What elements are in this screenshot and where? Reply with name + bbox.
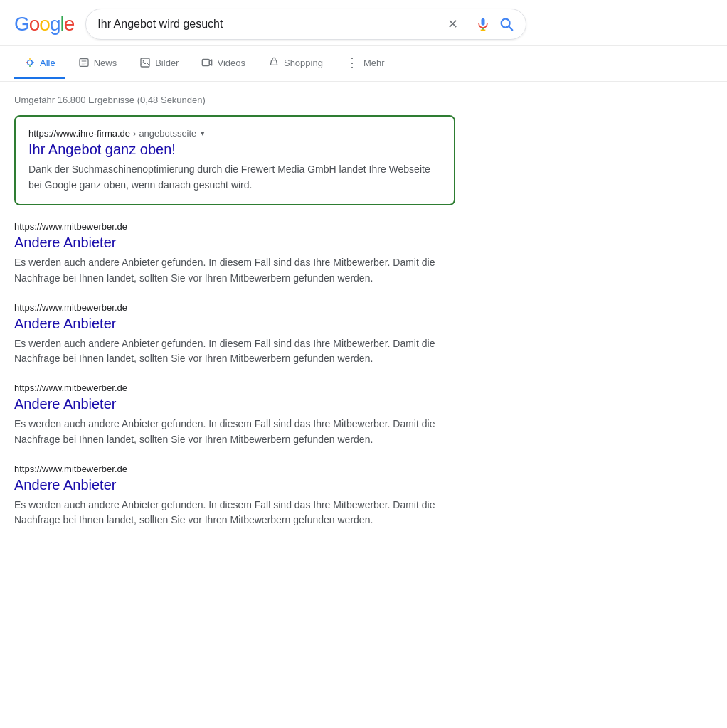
svg-line-4 [509, 26, 513, 30]
result-item-1: https://www.mitbewerber.de Andere Anbiet… [14, 302, 455, 367]
result-title-3[interactable]: Andere Anbieter [14, 477, 455, 493]
search-input[interactable]: Ihr Angebot wird gesucht [97, 18, 439, 31]
close-icon: ✕ [447, 16, 458, 32]
result-item-0: https://www.mitbewerber.de Andere Anbiet… [14, 221, 455, 286]
logo-g2: g [50, 13, 60, 36]
images-icon [139, 57, 151, 68]
logo-e: e [64, 13, 75, 36]
header: Google Ihr Angebot wird gesucht ✕ [0, 0, 727, 46]
featured-title[interactable]: Ihr Angebot ganz oben! [28, 141, 441, 158]
logo-o1: o [29, 13, 40, 36]
result-domain-0: https://www.mitbewerber.de [14, 221, 127, 232]
featured-dropdown-icon[interactable]: ▾ [201, 129, 205, 138]
svg-rect-0 [482, 18, 485, 26]
tab-bilder-label: Bilder [155, 58, 179, 68]
tab-news[interactable]: News [68, 48, 127, 79]
search-bar: Ihr Angebot wird gesucht ✕ [85, 9, 526, 40]
tab-shopping[interactable]: Shopping [258, 48, 333, 79]
result-desc-2: Es werden auch andere Anbieter gefunden.… [14, 417, 455, 447]
featured-description: Dank der Suchmaschinenoptimierung durch … [28, 162, 441, 193]
result-title-2[interactable]: Andere Anbieter [14, 396, 455, 412]
result-domain-2: https://www.mitbewerber.de [14, 382, 127, 393]
tab-bilder[interactable]: Bilder [129, 48, 189, 79]
result-title-1[interactable]: Andere Anbieter [14, 316, 455, 332]
result-url-2: https://www.mitbewerber.de [14, 382, 455, 393]
tab-news-label: News [94, 58, 117, 68]
tab-alle[interactable]: Alle [14, 48, 65, 79]
news-icon [78, 57, 90, 68]
shopping-icon [268, 57, 280, 68]
featured-separator: › [133, 128, 136, 139]
search-icon [499, 16, 514, 32]
videos-icon [201, 57, 213, 68]
google-logo[interactable]: Google [14, 13, 74, 36]
featured-result: https://www.ihre-firma.de › angebotsseit… [14, 115, 455, 205]
result-desc-1: Es werden auch andere Anbieter gefunden.… [14, 336, 455, 367]
tab-mehr[interactable]: ⋮ Mehr [336, 46, 395, 81]
all-icon [24, 57, 36, 68]
result-url-3: https://www.mitbewerber.de [14, 464, 455, 474]
logo-g: G [14, 13, 29, 36]
nav-tabs: Alle News Bilder Videos Sho [0, 46, 727, 82]
mic-button[interactable] [474, 16, 492, 33]
search-controls: ✕ [446, 15, 514, 33]
tab-mehr-label: Mehr [364, 58, 385, 68]
clear-button[interactable]: ✕ [446, 15, 460, 33]
result-url-1: https://www.mitbewerber.de [14, 302, 455, 313]
logo-o2: o [39, 13, 50, 36]
tab-alle-label: Alle [40, 58, 55, 68]
result-domain-1: https://www.mitbewerber.de [14, 302, 127, 313]
search-button[interactable] [499, 16, 514, 32]
result-items-container: https://www.mitbewerber.de Andere Anbiet… [14, 221, 455, 528]
svg-point-16 [143, 60, 144, 62]
tab-videos-label: Videos [217, 58, 245, 68]
tab-shopping-label: Shopping [284, 58, 323, 68]
featured-domain: https://www.ihre-firma.de [28, 128, 130, 139]
svg-rect-15 [141, 58, 149, 67]
more-icon: ⋮ [346, 55, 359, 70]
featured-url: https://www.ihre-firma.de › angebotsseit… [28, 128, 441, 139]
result-domain-3: https://www.mitbewerber.de [14, 464, 127, 474]
result-item-3: https://www.mitbewerber.de Andere Anbiet… [14, 464, 455, 528]
tab-videos[interactable]: Videos [191, 48, 255, 79]
results-count: Umgefähr 16.800 Ergebnisse (0,48 Sekunde… [14, 89, 455, 115]
results-area: Umgefähr 16.800 Ergebnisse (0,48 Sekunde… [0, 82, 469, 558]
mic-icon [476, 17, 490, 31]
svg-point-6 [28, 60, 33, 65]
result-desc-3: Es werden auch andere Anbieter gefunden.… [14, 498, 455, 528]
result-title-0[interactable]: Andere Anbieter [14, 235, 455, 251]
divider [467, 17, 467, 31]
featured-path: angebotsseite [139, 128, 196, 139]
result-url-0: https://www.mitbewerber.de [14, 221, 455, 232]
result-item-2: https://www.mitbewerber.de Andere Anbiet… [14, 382, 455, 447]
svg-rect-17 [203, 59, 210, 65]
result-desc-0: Es werden auch andere Anbieter gefunden.… [14, 255, 455, 286]
